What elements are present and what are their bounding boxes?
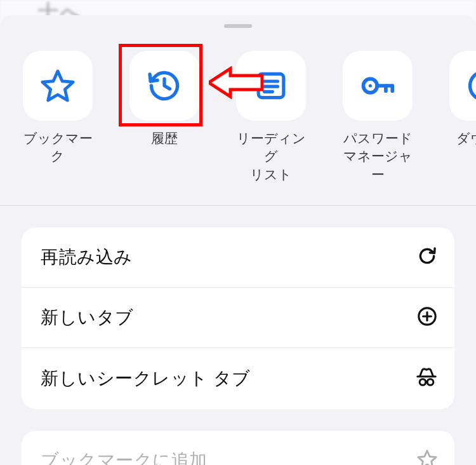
shortcut-password-manager[interactable]: パスワード マネージャー <box>339 51 416 184</box>
shortcut-tile <box>236 51 306 121</box>
menu-list-primary: 再読み込み 新しいタブ 新しいシークレット タブ <box>22 227 454 409</box>
reading-list-icon <box>253 68 289 104</box>
shortcut-row: ブックマーク 履歴 リーディング リ <box>0 28 476 184</box>
shortcut-label: 履歴 <box>151 130 178 147</box>
shortcut-downloads[interactable]: ダウンロ <box>446 51 476 184</box>
bottom-sheet: ブックマーク 履歴 リーディング リ <box>0 15 476 465</box>
shortcut-tile <box>23 51 93 121</box>
shortcut-reading-list[interactable]: リーディング リスト <box>232 51 310 184</box>
svg-marker-0 <box>43 71 73 100</box>
download-icon <box>466 67 476 104</box>
shortcut-label: ダウンロ <box>456 130 476 147</box>
menu-item-new-tab[interactable]: 新しいタブ <box>22 287 454 347</box>
menu-item-label: ブックマークに追加 <box>41 448 208 465</box>
menu-list-secondary: ブックマークに追加 <box>22 431 454 465</box>
shortcut-label: ブックマーク <box>19 130 96 166</box>
shortcut-label: リーディング リスト <box>232 130 310 184</box>
history-icon <box>146 67 183 104</box>
menu-item-add-bookmark[interactable]: ブックマークに追加 <box>22 431 454 465</box>
svg-marker-18 <box>418 451 436 465</box>
svg-point-10 <box>470 72 476 100</box>
svg-point-6 <box>369 84 372 87</box>
shortcut-tile <box>129 51 199 121</box>
menu-item-label: 新しいシークレット タブ <box>41 367 251 391</box>
menu-item-label: 再読み込み <box>41 245 133 269</box>
section-divider <box>0 205 476 206</box>
plus-circle-icon <box>416 306 438 330</box>
menu-item-reload[interactable]: 再読み込み <box>22 227 454 287</box>
incognito-icon <box>415 366 438 391</box>
shortcut-label: パスワード マネージャー <box>339 130 416 184</box>
star-outline-icon <box>416 448 438 465</box>
key-icon <box>358 66 397 105</box>
shortcut-bookmarks[interactable]: ブックマーク <box>19 51 96 184</box>
shortcut-tile <box>343 51 413 121</box>
shortcut-history[interactable]: 履歴 <box>126 51 203 184</box>
shortcut-tile <box>449 51 476 121</box>
menu-item-label: 新しいタブ <box>41 306 134 330</box>
star-icon <box>39 67 76 104</box>
menu-item-new-incognito-tab[interactable]: 新しいシークレット タブ <box>22 347 454 409</box>
reload-icon <box>416 245 438 269</box>
